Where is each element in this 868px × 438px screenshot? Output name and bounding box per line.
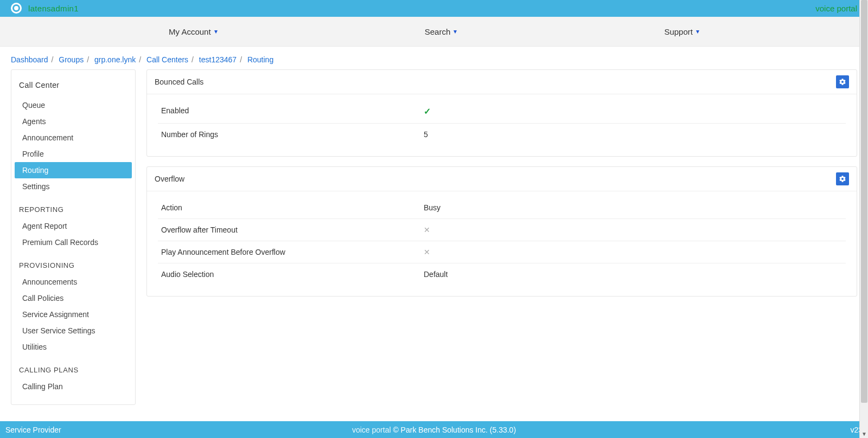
row-value: ✓ [424, 106, 846, 117]
row-overflow-play-announcement: Play Announcement Before Overflow ✕ [158, 241, 846, 263]
nav-support-label: Support [664, 27, 693, 36]
sidebar-item-service-assignment[interactable]: Service Assignment [15, 306, 132, 323]
cross-icon: ✕ [424, 248, 430, 256]
sidebar-item-announcement[interactable]: Announcement [15, 130, 132, 146]
topbar-left: latensadmin1 [11, 3, 79, 14]
crumb-group-id[interactable]: grp.one.lynk [94, 55, 136, 64]
sidebar-group-provisioning: PROVISIONING Announcements Call Policies… [11, 253, 135, 357]
nav-my-account[interactable]: My Account ▾ [169, 27, 218, 36]
sidebar-group-main: Queue Agents Announcement Profile Routin… [11, 95, 135, 197]
row-label: Audio Selection [158, 270, 424, 279]
crumb-cc-id[interactable]: test123467 [199, 55, 237, 64]
nav-support[interactable]: Support ▾ [664, 27, 699, 36]
row-value: ✕ [424, 248, 846, 256]
row-bounced-rings: Number of Rings 5 [158, 124, 846, 145]
sidebar-group-calling-plans: CALLING PLANS Calling Plan [11, 357, 135, 397]
breadcrumbs: Dashboard/ Groups/ grp.one.lynk/ Call Ce… [0, 47, 868, 69]
footer-left: Service Provider [5, 426, 61, 434]
sidebar-item-announcements[interactable]: Announcements [15, 274, 132, 290]
sidebar-item-routing[interactable]: Routing [15, 162, 132, 178]
sidebar-item-agents[interactable]: Agents [15, 113, 132, 130]
topbar-right-label[interactable]: voice portal [815, 4, 857, 13]
main: Call Center Queue Agents Announcement Pr… [0, 69, 868, 421]
row-value: ✕ [424, 226, 846, 234]
card-bounced-body: Enabled ✓ Number of Rings 5 [147, 94, 857, 156]
topbar: latensadmin1 voice portal [0, 0, 868, 17]
row-label: Overflow after Timeout [158, 226, 424, 234]
footer-center-prefix: voice portal [352, 426, 393, 434]
row-value: Busy [424, 203, 846, 212]
card-overflow-gear-button[interactable] [836, 172, 849, 185]
sidebar-item-call-policies[interactable]: Call Policies [15, 290, 132, 306]
crumb-groups[interactable]: Groups [59, 55, 84, 64]
card-bounced-title: Bounced Calls [155, 78, 203, 86]
nav-my-account-label: My Account [169, 27, 211, 36]
sidebar-item-utilities[interactable]: Utilities [15, 339, 132, 355]
navband: My Account ▾ Search ▾ Support ▾ [0, 17, 868, 47]
card-bounced-calls: Bounced Calls Enabled ✓ Number of Rings … [146, 69, 857, 157]
sidebar-item-calling-plan[interactable]: Calling Plan [15, 378, 132, 395]
footer-center: voice portal © Park Bench Solutions Inc.… [352, 426, 516, 434]
footer-center-main: © Park Bench Solutions Inc. (5.33.0) [393, 426, 516, 434]
nav-search[interactable]: Search ▾ [425, 27, 457, 36]
row-value: 5 [424, 130, 846, 139]
row-overflow-action: Action Busy [158, 197, 846, 219]
nav-search-label: Search [425, 27, 451, 36]
sidebar-title-provisioning: PROVISIONING [11, 255, 135, 274]
footer: Service Provider voice portal © Park Ben… [0, 421, 868, 438]
chevron-down-icon: ▾ [454, 28, 457, 35]
card-bounced-gear-button[interactable] [836, 75, 849, 88]
cross-icon: ✕ [424, 226, 430, 234]
row-value: Default [424, 270, 846, 279]
sidebar-title-calling-plans: CALLING PLANS [11, 359, 135, 378]
row-bounced-enabled: Enabled ✓ [158, 100, 846, 124]
card-overflow: Overflow Action Busy Overflow after Time… [146, 166, 857, 297]
row-label: Enabled [158, 106, 424, 117]
gear-icon [839, 78, 846, 86]
crumb-call-centers[interactable]: Call Centers [146, 55, 188, 64]
chevron-down-icon: ▾ [696, 28, 699, 35]
card-bounced-head: Bounced Calls [147, 70, 857, 94]
topbar-username[interactable]: latensadmin1 [28, 4, 79, 13]
crumb-routing[interactable]: Routing [247, 55, 273, 64]
row-overflow-timeout: Overflow after Timeout ✕ [158, 219, 846, 241]
viewport-scrollbar[interactable]: ▼ [859, 0, 868, 438]
crumb-dashboard[interactable]: Dashboard [11, 55, 48, 64]
scrollbar-thumb[interactable] [861, 0, 867, 403]
scrollbar-down-arrow[interactable]: ▼ [860, 429, 868, 438]
row-label: Action [158, 203, 424, 212]
sidebar-item-premium-call-records[interactable]: Premium Call Records [15, 234, 132, 250]
row-label: Play Announcement Before Overflow [158, 248, 424, 256]
row-label: Number of Rings [158, 130, 424, 139]
sidebar-item-settings[interactable]: Settings [15, 178, 132, 195]
sidebar-item-user-service-settings[interactable]: User Service Settings [15, 323, 132, 339]
sidebar-item-profile[interactable]: Profile [15, 146, 132, 162]
sidebar-item-agent-report[interactable]: Agent Report [15, 218, 132, 234]
sidebar: Call Center Queue Agents Announcement Pr… [11, 69, 136, 405]
row-overflow-audio-selection: Audio Selection Default [158, 263, 846, 285]
sidebar-group-reporting: REPORTING Agent Report Premium Call Reco… [11, 197, 135, 253]
card-overflow-head: Overflow [147, 167, 857, 191]
card-overflow-title: Overflow [155, 175, 184, 183]
chevron-down-icon: ▾ [214, 28, 218, 35]
gear-icon [839, 175, 846, 183]
sidebar-header: Call Center [11, 78, 135, 95]
sidebar-title-reporting: REPORTING [11, 199, 135, 218]
content: Bounced Calls Enabled ✓ Number of Rings … [146, 69, 857, 306]
sidebar-item-queue[interactable]: Queue [15, 97, 132, 113]
card-overflow-body: Action Busy Overflow after Timeout ✕ Pla… [147, 191, 857, 296]
check-icon: ✓ [424, 107, 431, 116]
logo-icon [11, 3, 22, 14]
